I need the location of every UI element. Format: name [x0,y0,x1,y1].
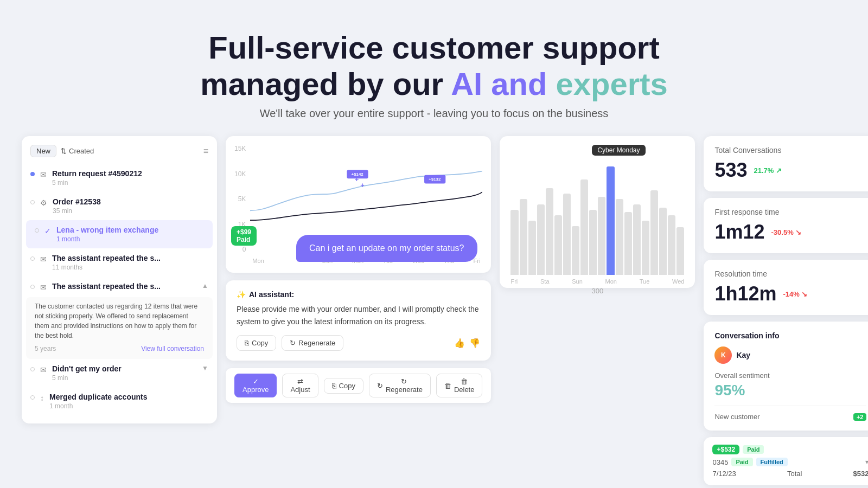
order-paid-label: Paid [731,458,752,466]
conv-content: Lena - wrong item exchange 1 month [56,226,204,243]
regenerate-icon: ↻ [290,339,296,347]
filter-button[interactable]: ≡ [203,146,208,156]
ai-response-text: Please provide me with your order number… [237,303,480,328]
stat-value: 1h12m [714,282,776,305]
bar [537,204,545,275]
bar [546,188,553,275]
bar [510,210,518,275]
thumbs-up-icon[interactable]: 👍 [454,338,465,348]
expanded-text: The customer contacted us regarding 12 i… [35,301,204,341]
conv-time: 35 min [53,207,208,215]
stat-value-row: 1h12m -14% ↘ [714,282,866,305]
expanded-meta: 5 years View full conversation [35,345,204,352]
list-item[interactable]: ✉ Didn't get my order 5 min ▼ [22,359,217,387]
new-customer-label: New customer [714,413,760,421]
dot-indicator [30,285,35,289]
order-amount-badge: +$532 [712,445,739,454]
expand-button[interactable]: ▼ [202,364,208,372]
y-label: 0 [234,246,246,253]
bar [580,179,588,275]
dot-indicator [35,228,39,233]
check-icon: ✓ [44,227,51,235]
mail-icon: ✉ [40,365,47,374]
avatar: K [714,346,732,364]
conv-title: Return request #4590212 [52,169,208,178]
sort-icon: ⇅ [61,147,67,155]
bar-x-label: Fri [510,278,518,285]
bar [528,221,536,275]
stat-value: 1m12 [714,221,764,243]
order-total-row: 7/12/23 Total $532 [712,470,868,478]
ai-header-text: AI assistant: [249,290,294,299]
bar [624,212,632,275]
sparkle-icon: ✨ [237,290,246,299]
bar [598,197,605,275]
bar-x-axis: Fri Sta Sun Mon Tue Wed [508,278,686,285]
bar-x-label: Sun [572,278,583,285]
bar-x-label: Mon [605,278,617,285]
expand-button[interactable]: ▲ [202,282,208,290]
order-total-label: Total [787,470,802,478]
copy-button[interactable]: ⎘ Copy [237,335,276,351]
conv-content: The assistant repeated the s... 11 month… [52,254,208,271]
sentiment-value: 95% [714,382,866,399]
view-full-link[interactable]: View full conversation [141,345,204,352]
copy-label: Copy [252,339,268,347]
conv-time: 5 years [35,345,56,352]
bar-x-label: Tue [640,278,650,285]
toolbar-copy-button[interactable]: ⎘ Copy [324,378,363,394]
hero-experts: experts [556,66,667,101]
new-badge[interactable]: New [30,145,56,157]
order-card: +$532 Paid 0345 Paid Fulfilled ▾ 7/12/23… [704,437,868,485]
list-item-active[interactable]: ✓ Lena - wrong item exchange 1 month [26,220,213,248]
bar [554,215,562,275]
feedback-icons: 👍 👎 [454,338,480,348]
bar [572,226,579,275]
new-customer-badge: +2 [853,413,867,421]
action-toolbar: ✓ Approve ⇄ Adjust ⎘ Copy ↻ ↻ Regenerate… [226,368,491,403]
stat-change: -14% ↘ [783,290,808,298]
copy-icon: ⎘ [245,339,249,347]
toolbar-regenerate-button[interactable]: ↻ ↻ Regenerate [369,374,431,397]
y-label: 15K [234,145,246,152]
svg-text:+$142: +$142 [352,172,364,177]
list-item[interactable]: ↕ Merged duplicate accounts 1 month [22,387,217,415]
bar [520,199,527,275]
adjust-button[interactable]: ⇄ Adjust [282,374,318,397]
dot-indicator [30,172,35,176]
svg-text:+: + [361,181,365,189]
agent-name: Kay [736,351,750,359]
approve-label: ✓ Approve [242,377,269,394]
conversation-list: ✉ Return request #4590212 5 min ⚙ Order … [22,164,217,415]
merge-icon: ↕ [40,394,44,402]
agent-row: K Kay [714,346,866,364]
toolbar-regenerate-label: ↻ Regenerate [386,377,423,394]
ai-response-card: ✨ AI assistant: Please provide me with y… [226,280,491,361]
approve-button[interactable]: ✓ Approve [234,374,277,397]
list-item[interactable]: ✉ The assistant repeated the s... 11 mon… [22,248,217,277]
regenerate-button[interactable]: ↻ Regenerate [282,335,343,351]
dot-indicator [30,367,35,371]
conv-title: Merged duplicate accounts [49,393,208,401]
list-item-header[interactable]: ✉ The assistant repeated the s... ▲ [22,277,217,297]
stat-label: Resolution time [714,269,866,278]
paid-amount: +$99 [237,228,251,236]
conv-time: 5 min [52,179,208,187]
delete-label: 🗑 Delete [454,377,475,394]
regenerate-icon: ↻ [377,382,383,390]
paid-label: Paid [237,236,251,243]
list-header: New ⇅ Created ≡ [22,145,217,164]
sort-button[interactable]: ⇅ Created [61,147,94,155]
dot-indicator [30,256,35,261]
bubble-text: Can i get an update on my order status? [309,243,464,253]
thumbs-down-icon[interactable]: 👎 [469,338,480,348]
bar [659,208,667,275]
x-label: Mon [252,258,264,264]
delete-button[interactable]: 🗑 🗑 Delete [436,374,483,397]
list-item[interactable]: ✉ Return request #4590212 5 min [22,164,217,192]
list-item[interactable]: ⚙ Order #12538 35 min [22,192,217,220]
order-expand[interactable]: ▾ [865,458,868,466]
mail-icon: ✉ [40,170,47,179]
chat-bubble: Can i get an update on my order status? [296,235,477,262]
hero-line1: Full-service customer support [208,30,660,65]
